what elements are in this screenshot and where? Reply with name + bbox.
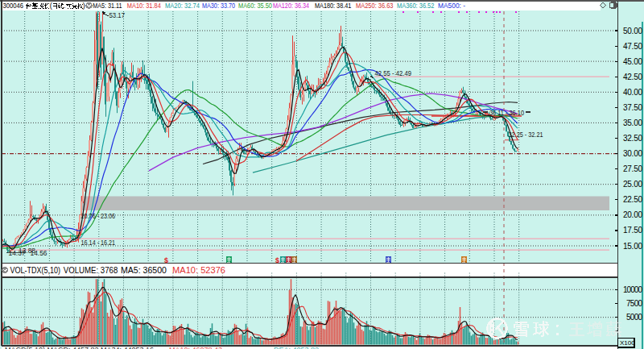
- svg-text:32.25 - 32.21: 32.25 - 32.21: [509, 131, 543, 139]
- svg-text:VOLUME: 3768: VOLUME: 3768: [64, 266, 118, 275]
- svg-text:14.56: 14.56: [31, 249, 47, 257]
- svg-text:47.50: 47.50: [623, 42, 642, 51]
- svg-text:MACD(5,10) MACD: 4457.82 MA34:: MACD(5,10) MACD: 4457.82 MA34: 44053.16: [5, 346, 154, 349]
- svg-text:MA10: 46078.43: MA10: 46078.43: [169, 346, 222, 349]
- svg-text:MA5: 31.11: MA5: 31.11: [93, 2, 122, 10]
- svg-text:37.50: 37.50: [623, 103, 642, 112]
- svg-text:X100: X100: [620, 339, 635, 347]
- svg-text:20.00: 20.00: [623, 210, 642, 219]
- svg-text:53.17: 53.17: [109, 11, 126, 19]
- svg-text:25.00: 25.00: [623, 180, 642, 189]
- svg-text:$: $: [275, 256, 279, 264]
- svg-text:40.00: 40.00: [623, 88, 642, 97]
- svg-text:30.00: 30.00: [623, 149, 642, 158]
- svg-text:10000: 10000: [623, 285, 642, 294]
- svg-text:.: .: [64, 2, 66, 10]
- svg-text:DEA: 4053.82: DEA: 4053.82: [274, 346, 319, 349]
- svg-text:36.11 - 36.10: 36.11 - 36.10: [489, 109, 524, 117]
- svg-text:17.50: 17.50: [623, 226, 642, 235]
- svg-text:7500: 7500: [626, 299, 642, 308]
- svg-text:300046: 300046: [3, 1, 24, 10]
- svg-text:50.00: 50.00: [623, 27, 642, 35]
- svg-text:5000: 5000: [626, 313, 642, 322]
- svg-text:MA180: 38.41: MA180: 38.41: [315, 2, 351, 10]
- svg-text:(: (: [50, 2, 52, 10]
- svg-text:20.76 - 23.06: 20.76 - 23.06: [81, 212, 116, 220]
- svg-text:27.50: 27.50: [623, 164, 642, 173]
- svg-text:16.14 - 16.21: 16.14 - 16.21: [81, 239, 116, 247]
- svg-text:): ): [83, 2, 85, 10]
- svg-text:45.00: 45.00: [623, 57, 642, 66]
- svg-text:MA120: 36.34: MA120: 36.34: [273, 2, 309, 10]
- svg-text:VOL-TDX(5,10): VOL-TDX(5,10): [10, 266, 61, 275]
- svg-text:MA360: 36.52: MA360: 36.52: [397, 2, 434, 10]
- svg-text:42.55 - 42.49: 42.55 - 42.49: [374, 69, 411, 77]
- svg-text:MA5: 36500: MA5: 36500: [121, 266, 167, 275]
- svg-text:42.50: 42.50: [623, 73, 642, 81]
- svg-text:32.50: 32.50: [623, 134, 642, 143]
- svg-text:$: $: [164, 256, 168, 264]
- svg-text:35.00: 35.00: [623, 118, 642, 127]
- svg-text:15.00: 15.00: [623, 242, 642, 251]
- svg-text:MA10: 31.84: MA10: 31.84: [127, 2, 161, 10]
- svg-text:MA20: 32.74: MA20: 32.74: [165, 2, 200, 10]
- svg-text:MA250: 36.63: MA250: 36.63: [356, 2, 394, 10]
- svg-text:MA10: 52376: MA10: 52376: [172, 266, 225, 275]
- svg-text:MA60: 35.50: MA60: 35.50: [238, 2, 272, 10]
- svg-text:MA30: 33.70: MA30: 33.70: [202, 2, 235, 10]
- svg-text:22.50: 22.50: [623, 195, 642, 204]
- svg-text:MA500: -: MA500: -: [438, 2, 465, 10]
